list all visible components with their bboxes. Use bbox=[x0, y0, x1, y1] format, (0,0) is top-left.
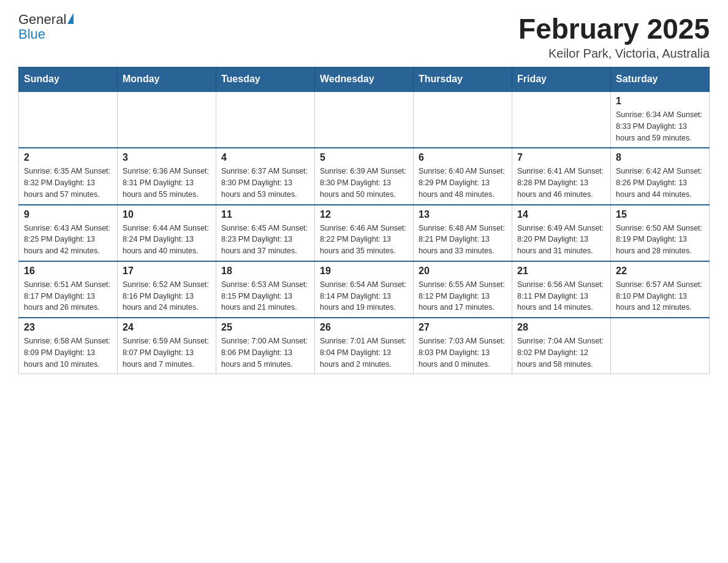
day-info: Sunrise: 7:01 AM Sunset: 8:04 PM Dayligh… bbox=[320, 335, 408, 370]
day-info: Sunrise: 6:59 AM Sunset: 8:07 PM Dayligh… bbox=[123, 335, 211, 370]
calendar-day-cell bbox=[216, 91, 315, 148]
calendar-day-cell bbox=[315, 91, 414, 148]
calendar-day-cell: 27Sunrise: 7:03 AM Sunset: 8:03 PM Dayli… bbox=[414, 318, 512, 374]
calendar-day-cell bbox=[414, 91, 512, 148]
calendar-day-cell bbox=[118, 91, 216, 148]
day-info: Sunrise: 6:43 AM Sunset: 8:25 PM Dayligh… bbox=[24, 223, 112, 257]
day-number: 24 bbox=[123, 322, 211, 333]
day-number: 9 bbox=[24, 209, 112, 220]
calendar-day-cell bbox=[611, 318, 710, 374]
calendar-day-cell bbox=[19, 91, 118, 148]
day-info: Sunrise: 6:57 AM Sunset: 8:10 PM Dayligh… bbox=[616, 279, 704, 313]
day-number: 5 bbox=[320, 152, 408, 163]
calendar-day-cell: 25Sunrise: 7:00 AM Sunset: 8:06 PM Dayli… bbox=[216, 318, 315, 374]
day-number: 16 bbox=[24, 266, 112, 277]
day-info: Sunrise: 6:45 AM Sunset: 8:23 PM Dayligh… bbox=[221, 223, 309, 257]
day-number: 12 bbox=[320, 209, 408, 220]
day-info: Sunrise: 6:36 AM Sunset: 8:31 PM Dayligh… bbox=[123, 166, 211, 200]
day-info: Sunrise: 7:03 AM Sunset: 8:03 PM Dayligh… bbox=[419, 335, 507, 370]
day-info: Sunrise: 6:41 AM Sunset: 8:28 PM Dayligh… bbox=[517, 166, 605, 200]
calendar-week-row: 23Sunrise: 6:58 AM Sunset: 8:09 PM Dayli… bbox=[19, 318, 710, 374]
day-number: 19 bbox=[320, 266, 408, 277]
day-number: 22 bbox=[616, 266, 704, 277]
calendar-day-cell: 16Sunrise: 6:51 AM Sunset: 8:17 PM Dayli… bbox=[19, 261, 118, 318]
title-block: February 2025 Keilor Park, Victoria, Aus… bbox=[518, 12, 710, 61]
calendar-day-cell: 6Sunrise: 6:40 AM Sunset: 8:29 PM Daylig… bbox=[414, 148, 512, 204]
page-title: February 2025 bbox=[518, 12, 710, 45]
calendar-day-cell: 3Sunrise: 6:36 AM Sunset: 8:31 PM Daylig… bbox=[118, 148, 216, 204]
day-number: 23 bbox=[24, 322, 112, 333]
calendar-day-cell: 4Sunrise: 6:37 AM Sunset: 8:30 PM Daylig… bbox=[216, 148, 315, 204]
day-info: Sunrise: 6:53 AM Sunset: 8:15 PM Dayligh… bbox=[221, 279, 309, 313]
day-of-week-header: Sunday bbox=[19, 67, 118, 92]
day-number: 3 bbox=[123, 152, 211, 163]
day-number: 10 bbox=[123, 209, 211, 220]
calendar-day-cell: 8Sunrise: 6:42 AM Sunset: 8:26 PM Daylig… bbox=[611, 148, 710, 204]
day-number: 27 bbox=[419, 322, 507, 333]
day-info: Sunrise: 6:34 AM Sunset: 8:33 PM Dayligh… bbox=[616, 109, 704, 144]
calendar-day-cell: 14Sunrise: 6:49 AM Sunset: 8:20 PM Dayli… bbox=[512, 205, 611, 261]
day-number: 18 bbox=[221, 266, 309, 277]
day-info: Sunrise: 6:55 AM Sunset: 8:12 PM Dayligh… bbox=[419, 279, 507, 313]
calendar-day-cell: 24Sunrise: 6:59 AM Sunset: 8:07 PM Dayli… bbox=[118, 318, 216, 374]
calendar-day-cell: 13Sunrise: 6:48 AM Sunset: 8:21 PM Dayli… bbox=[414, 205, 512, 261]
day-number: 20 bbox=[419, 266, 507, 277]
day-of-week-header: Friday bbox=[512, 67, 611, 92]
calendar-day-cell: 23Sunrise: 6:58 AM Sunset: 8:09 PM Dayli… bbox=[19, 318, 118, 374]
day-number: 1 bbox=[616, 96, 704, 107]
calendar-day-cell: 9Sunrise: 6:43 AM Sunset: 8:25 PM Daylig… bbox=[19, 205, 118, 261]
day-info: Sunrise: 7:04 AM Sunset: 8:02 PM Dayligh… bbox=[517, 335, 605, 370]
logo-block: General Blue bbox=[18, 12, 74, 42]
day-number: 25 bbox=[221, 322, 309, 333]
day-info: Sunrise: 6:42 AM Sunset: 8:26 PM Dayligh… bbox=[616, 166, 704, 200]
logo-general-text: General bbox=[18, 12, 66, 27]
day-number: 4 bbox=[221, 152, 309, 163]
day-info: Sunrise: 6:39 AM Sunset: 8:30 PM Dayligh… bbox=[320, 166, 408, 200]
calendar-week-row: 16Sunrise: 6:51 AM Sunset: 8:17 PM Dayli… bbox=[19, 261, 710, 318]
calendar-day-cell: 18Sunrise: 6:53 AM Sunset: 8:15 PM Dayli… bbox=[216, 261, 315, 318]
day-of-week-header: Wednesday bbox=[315, 67, 414, 92]
calendar-day-cell: 26Sunrise: 7:01 AM Sunset: 8:04 PM Dayli… bbox=[315, 318, 414, 374]
day-info: Sunrise: 6:46 AM Sunset: 8:22 PM Dayligh… bbox=[320, 223, 408, 257]
calendar-day-cell: 7Sunrise: 6:41 AM Sunset: 8:28 PM Daylig… bbox=[512, 148, 611, 204]
day-number: 21 bbox=[517, 266, 605, 277]
day-number: 14 bbox=[517, 209, 605, 220]
day-number: 6 bbox=[419, 152, 507, 163]
calendar-day-cell: 21Sunrise: 6:56 AM Sunset: 8:11 PM Dayli… bbox=[512, 261, 611, 318]
day-info: Sunrise: 7:00 AM Sunset: 8:06 PM Dayligh… bbox=[221, 335, 309, 370]
day-of-week-header: Monday bbox=[118, 67, 216, 92]
calendar-day-cell: 28Sunrise: 7:04 AM Sunset: 8:02 PM Dayli… bbox=[512, 318, 611, 374]
calendar-day-cell: 2Sunrise: 6:35 AM Sunset: 8:32 PM Daylig… bbox=[19, 148, 118, 204]
day-of-week-header: Saturday bbox=[611, 67, 710, 92]
logo-blue-text: Blue bbox=[18, 27, 74, 42]
day-info: Sunrise: 6:58 AM Sunset: 8:09 PM Dayligh… bbox=[24, 335, 112, 370]
calendar-day-cell: 5Sunrise: 6:39 AM Sunset: 8:30 PM Daylig… bbox=[315, 148, 414, 204]
day-number: 8 bbox=[616, 152, 704, 163]
logo-triangle-icon bbox=[67, 13, 74, 24]
calendar-day-cell: 17Sunrise: 6:52 AM Sunset: 8:16 PM Dayli… bbox=[118, 261, 216, 318]
day-info: Sunrise: 6:51 AM Sunset: 8:17 PM Dayligh… bbox=[24, 279, 112, 313]
day-number: 15 bbox=[616, 209, 704, 220]
calendar-day-cell: 1Sunrise: 6:34 AM Sunset: 8:33 PM Daylig… bbox=[611, 91, 710, 148]
calendar-day-cell bbox=[512, 91, 611, 148]
day-info: Sunrise: 6:44 AM Sunset: 8:24 PM Dayligh… bbox=[123, 223, 211, 257]
calendar-header-row: SundayMondayTuesdayWednesdayThursdayFrid… bbox=[19, 67, 710, 92]
day-info: Sunrise: 6:37 AM Sunset: 8:30 PM Dayligh… bbox=[221, 166, 309, 200]
day-info: Sunrise: 6:54 AM Sunset: 8:14 PM Dayligh… bbox=[320, 279, 408, 313]
day-of-week-header: Tuesday bbox=[216, 67, 315, 92]
logo: General Blue bbox=[18, 12, 74, 42]
calendar-week-row: 2Sunrise: 6:35 AM Sunset: 8:32 PM Daylig… bbox=[19, 148, 710, 204]
day-info: Sunrise: 6:49 AM Sunset: 8:20 PM Dayligh… bbox=[517, 223, 605, 257]
page-header: General Blue February 2025 Keilor Park, … bbox=[18, 12, 710, 61]
calendar-day-cell: 19Sunrise: 6:54 AM Sunset: 8:14 PM Dayli… bbox=[315, 261, 414, 318]
page-subtitle: Keilor Park, Victoria, Australia bbox=[518, 47, 710, 61]
day-number: 7 bbox=[517, 152, 605, 163]
day-info: Sunrise: 6:56 AM Sunset: 8:11 PM Dayligh… bbox=[517, 279, 605, 313]
day-info: Sunrise: 6:50 AM Sunset: 8:19 PM Dayligh… bbox=[616, 223, 704, 257]
calendar-week-row: 9Sunrise: 6:43 AM Sunset: 8:25 PM Daylig… bbox=[19, 205, 710, 261]
day-number: 2 bbox=[24, 152, 112, 163]
day-info: Sunrise: 6:52 AM Sunset: 8:16 PM Dayligh… bbox=[123, 279, 211, 313]
day-number: 26 bbox=[320, 322, 408, 333]
calendar-table: SundayMondayTuesdayWednesdayThursdayFrid… bbox=[18, 67, 710, 374]
calendar-day-cell: 15Sunrise: 6:50 AM Sunset: 8:19 PM Dayli… bbox=[611, 205, 710, 261]
